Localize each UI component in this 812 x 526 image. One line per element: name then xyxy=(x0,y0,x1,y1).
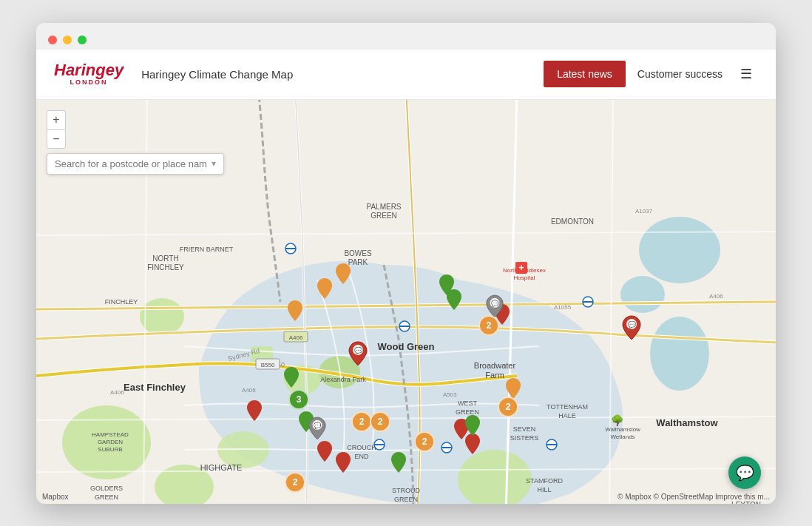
search-overlay: + − ▾ xyxy=(47,110,224,175)
svg-text:💬: 💬 xyxy=(314,422,322,430)
header: Haringey LONDON Haringey Climate Change … xyxy=(36,50,776,100)
browser-chrome xyxy=(36,23,776,50)
svg-text:STROUD: STROUD xyxy=(392,487,421,494)
map-cluster-orange-6[interactable]: 2 xyxy=(285,472,305,493)
map-cluster-orange-1[interactable]: 2 xyxy=(478,315,499,336)
svg-text:HIGHGATE: HIGHGATE xyxy=(200,463,243,472)
map-pin-green-5[interactable] xyxy=(282,365,300,392)
svg-point-1 xyxy=(639,217,720,283)
chat-button[interactable]: 💬 xyxy=(728,456,761,489)
svg-text:A1037: A1037 xyxy=(635,208,653,215)
browser-close-dot xyxy=(48,36,57,44)
svg-text:GREEN: GREEN xyxy=(95,493,118,501)
svg-text:SEVEN: SEVEN xyxy=(513,425,536,433)
svg-text:Broadwater: Broadwater xyxy=(474,361,516,370)
logo[interactable]: Haringey LONDON xyxy=(54,62,124,86)
svg-text:LEYTON: LEYTON xyxy=(731,501,761,504)
svg-text:💬: 💬 xyxy=(491,300,499,308)
svg-text:FINCHLEY: FINCHLEY xyxy=(147,263,184,272)
map-pin-comment-red-1[interactable]: 💬 xyxy=(348,340,368,370)
map-pin-red-1[interactable] xyxy=(246,399,263,425)
svg-text:B550: B550 xyxy=(261,362,275,368)
map-cluster-orange-2[interactable]: 2 xyxy=(351,411,372,432)
zoom-in-button[interactable]: + xyxy=(47,110,66,129)
map-attribution: © Mapbox © OpenStreetMap Improve this m.… xyxy=(618,493,770,501)
svg-text:Hospital: Hospital xyxy=(514,274,535,281)
hamburger-icon[interactable]: ☰ xyxy=(734,63,758,85)
svg-text:BOWES: BOWES xyxy=(344,249,372,257)
map-pin-orange-1[interactable] xyxy=(316,277,334,303)
svg-text:A503: A503 xyxy=(443,391,457,398)
svg-point-8 xyxy=(140,298,184,335)
svg-text:GREEN: GREEN xyxy=(394,496,418,503)
search-input[interactable] xyxy=(55,158,207,169)
svg-point-2 xyxy=(620,276,665,313)
header-nav: Latest news Customer success ☰ xyxy=(544,61,758,87)
svg-text:🌳: 🌳 xyxy=(611,414,624,427)
map-cluster-orange-4[interactable]: 2 xyxy=(414,431,435,452)
app-container: Haringey LONDON Haringey Climate Change … xyxy=(36,50,776,504)
svg-text:SUBURB: SUBURB xyxy=(98,446,122,453)
svg-text:A1055: A1055 xyxy=(554,304,572,311)
svg-text:GOLDERS: GOLDERS xyxy=(90,485,123,492)
svg-text:East Finchley: East Finchley xyxy=(124,382,186,393)
customer-success-button[interactable]: Customer success xyxy=(629,61,731,87)
mapbox-logo: Mapbox xyxy=(42,493,69,501)
svg-text:Walthamstow: Walthamstow xyxy=(605,426,640,433)
svg-text:Farm: Farm xyxy=(485,371,504,380)
map-pin-green-3[interactable] xyxy=(464,414,481,440)
map-pin-comment-grey-1[interactable]: 💬 xyxy=(308,416,327,444)
browser-minimize-dot xyxy=(63,36,72,44)
svg-text:HILL: HILL xyxy=(537,486,551,493)
svg-text:WEST: WEST xyxy=(458,399,478,407)
map-cluster-orange-3[interactable]: 2 xyxy=(370,411,390,432)
svg-text:PALMERS: PALMERS xyxy=(366,203,401,211)
svg-text:HALE: HALE xyxy=(558,412,576,419)
svg-text:A406: A406 xyxy=(289,334,303,341)
svg-text:TOTTENHAM: TOTTENHAM xyxy=(547,403,588,411)
svg-text:+: + xyxy=(518,263,524,273)
svg-point-3 xyxy=(650,317,709,391)
zoom-controls: + − xyxy=(47,110,224,149)
svg-text:FINCHLEY: FINCHLEY xyxy=(105,298,138,306)
svg-text:💬: 💬 xyxy=(628,320,637,329)
map-pin-comment-red-2[interactable]: 💬 xyxy=(621,314,642,344)
svg-text:GARDEN: GARDEN xyxy=(98,439,123,445)
map-pin-orange-3[interactable] xyxy=(286,299,304,326)
svg-text:NORTH: NORTH xyxy=(152,254,178,263)
latest-news-button[interactable]: Latest news xyxy=(544,61,626,87)
svg-text:Walthamstow: Walthamstow xyxy=(656,417,718,428)
logo-text: Haringey xyxy=(54,62,124,78)
svg-text:HAMPSTEAD: HAMPSTEAD xyxy=(92,431,129,438)
svg-text:GREEN: GREEN xyxy=(371,212,397,220)
svg-text:EDMONTON: EDMONTON xyxy=(551,218,594,226)
svg-text:A406: A406 xyxy=(110,389,124,396)
map-cluster-green-1[interactable]: 3 xyxy=(288,389,309,410)
svg-text:STAMFORD: STAMFORD xyxy=(526,477,563,485)
svg-text:A406: A406 xyxy=(242,387,256,394)
logo-sub: LONDON xyxy=(70,78,108,86)
map-pin-green-4[interactable] xyxy=(390,451,407,477)
svg-text:SISTERS: SISTERS xyxy=(510,434,539,442)
map-cluster-orange-5[interactable]: 2 xyxy=(498,397,518,417)
svg-text:Alexandra Park: Alexandra Park xyxy=(320,376,366,383)
svg-text:Wood Green: Wood Green xyxy=(377,341,434,352)
chat-icon: 💬 xyxy=(736,464,754,482)
browser-window: Haringey LONDON Haringey Climate Change … xyxy=(36,23,776,504)
chevron-down-icon: ▾ xyxy=(212,158,216,169)
svg-text:💬: 💬 xyxy=(354,346,363,355)
svg-text:Wetlands: Wetlands xyxy=(610,434,635,440)
app-title: Haringey Climate Change Map xyxy=(141,68,532,81)
map-pin-green-2[interactable] xyxy=(438,273,456,300)
map-container[interactable]: Wood Green East Finchley Broadwater Farm… xyxy=(36,100,776,504)
map-pin-red-6[interactable] xyxy=(334,451,352,477)
svg-text:END: END xyxy=(354,453,369,460)
browser-maximize-dot xyxy=(78,36,87,44)
zoom-out-button[interactable]: − xyxy=(47,129,66,149)
svg-text:FRIERN BARNET: FRIERN BARNET xyxy=(180,246,234,253)
search-box-wrapper: ▾ xyxy=(47,153,224,175)
svg-text:A406: A406 xyxy=(709,293,723,300)
map-pin-orange-2[interactable] xyxy=(334,262,352,289)
